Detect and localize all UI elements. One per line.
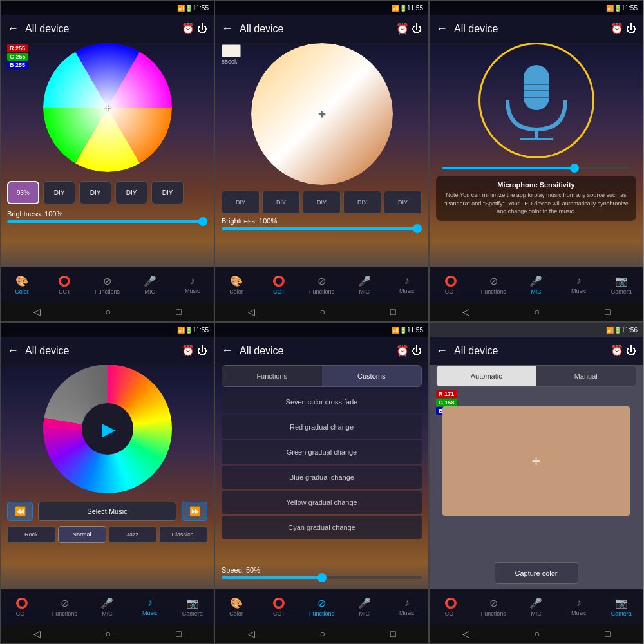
- mic-sensitivity-slider[interactable]: [442, 167, 630, 169]
- swatch-1[interactable]: DIY: [43, 181, 75, 204]
- nav-music-6[interactable]: ♪ Music: [566, 597, 592, 616]
- play-button[interactable]: ▶: [102, 419, 116, 440]
- nav-music-4[interactable]: ♪ Music: [137, 597, 163, 616]
- rewind-button[interactable]: ⏪: [7, 502, 33, 521]
- diy-3[interactable]: DIY: [343, 191, 381, 214]
- g-badge: G 255: [7, 53, 28, 61]
- music-disc[interactable]: ▶: [43, 365, 172, 493]
- cct-badge: 5500k: [222, 44, 241, 65]
- tab-manual[interactable]: Manual: [536, 366, 636, 386]
- back-button-6[interactable]: ←: [436, 344, 448, 357]
- genre-classical[interactable]: Classical: [159, 526, 207, 543]
- recent-android-3[interactable]: □: [605, 307, 610, 317]
- diy-0[interactable]: DIY: [222, 191, 260, 214]
- tab-automatic[interactable]: Automatic: [437, 366, 536, 386]
- func-item-1[interactable]: Red gradual change: [222, 415, 422, 439]
- nav-cct-2[interactable]: ⭕ CCT: [266, 275, 292, 295]
- bottom-nav-2: 🎨 Color ⭕ CCT ⊘ Functions 🎤 MIC ♪ Music: [215, 267, 428, 302]
- func-item-4[interactable]: Yellow gradual change: [222, 491, 422, 514]
- func-item-5[interactable]: Cyan gradual change: [222, 516, 422, 539]
- back-button-1[interactable]: ←: [7, 22, 19, 35]
- home-android-3[interactable]: ○: [535, 307, 540, 317]
- nav-camera-4[interactable]: 📷 Camera: [180, 597, 205, 617]
- swatch-3[interactable]: DIY: [115, 181, 147, 204]
- signal-icons-3: 📶🔋: [606, 5, 621, 12]
- color-icon-5: 🎨: [230, 597, 243, 609]
- select-music-button[interactable]: Select Music: [38, 502, 176, 521]
- brightness-slider-1[interactable]: [7, 220, 207, 229]
- back-button-2[interactable]: ←: [222, 22, 233, 35]
- recent-android-6[interactable]: □: [605, 629, 610, 639]
- nav-mic-6[interactable]: 🎤 MIC: [523, 597, 549, 617]
- color-wheel[interactable]: +: [43, 43, 172, 172]
- func-item-3[interactable]: Blue gradual change: [222, 466, 422, 489]
- nav-mic-4[interactable]: 🎤 MIC: [94, 597, 120, 617]
- nav-cct-4[interactable]: ⭕ CCT: [9, 597, 35, 617]
- genre-normal[interactable]: Normal: [58, 526, 106, 543]
- nav-functions-2[interactable]: ⊘ Functions: [308, 275, 334, 295]
- tab-functions[interactable]: Functions: [222, 366, 322, 386]
- home-android-5[interactable]: ○: [320, 629, 325, 639]
- recent-android-4[interactable]: □: [176, 629, 181, 639]
- recent-android-1[interactable]: □: [176, 307, 181, 317]
- nav-functions-4[interactable]: ⊘ Functions: [52, 597, 77, 617]
- nav-cct-5[interactable]: ⭕ CCT: [266, 597, 292, 617]
- func-item-2[interactable]: Green gradual change: [222, 440, 422, 464]
- func-item-0[interactable]: Seven color cross fade: [222, 390, 422, 413]
- nav-functions-1[interactable]: ⊘ Functions: [94, 275, 120, 295]
- nav-camera-3[interactable]: 📷 Camera: [609, 275, 634, 295]
- status-bar-2: 📶🔋 11:55: [215, 1, 428, 15]
- swatch-4[interactable]: DIY: [151, 181, 184, 204]
- home-android-4[interactable]: ○: [106, 629, 111, 639]
- diy-1[interactable]: DIY: [262, 191, 300, 214]
- nav-cct-6[interactable]: ⭕ CCT: [438, 597, 464, 617]
- back-button-4[interactable]: ←: [7, 344, 19, 357]
- mic-sensitivity-desc: Note:You can minimize the app to play mu…: [441, 191, 631, 216]
- diy-4[interactable]: DIY: [384, 191, 422, 214]
- nav-mic-5[interactable]: 🎤 MIC: [352, 597, 377, 617]
- speed-slider[interactable]: [222, 576, 422, 585]
- nav-color-1[interactable]: 🎨 Color: [9, 275, 35, 295]
- cam-color-square[interactable]: +: [442, 406, 630, 516]
- back-android-2[interactable]: ◁: [248, 307, 255, 317]
- nav-mic-1[interactable]: 🎤 MIC: [137, 275, 163, 295]
- swatch-2[interactable]: DIY: [79, 181, 111, 204]
- nav-music-3[interactable]: ♪ Music: [566, 275, 592, 294]
- nav-cct-3[interactable]: ⭕ CCT: [438, 275, 464, 295]
- back-android-5[interactable]: ◁: [248, 629, 255, 639]
- nav-mic-2[interactable]: 🎤 MIC: [352, 275, 377, 295]
- recent-android-2[interactable]: □: [390, 307, 395, 317]
- back-button-3[interactable]: ←: [436, 22, 448, 35]
- diy-2[interactable]: DIY: [303, 191, 341, 214]
- nav-color-2[interactable]: 🎨 Color: [223, 275, 249, 295]
- genre-jazz[interactable]: Jazz: [109, 526, 157, 543]
- back-android-3[interactable]: ◁: [462, 307, 469, 317]
- back-android-4[interactable]: ◁: [33, 629, 41, 639]
- nav-camera-6[interactable]: 📷 Camera: [609, 597, 634, 617]
- nav-functions-6[interactable]: ⊘ Functions: [480, 597, 506, 617]
- back-android-6[interactable]: ◁: [462, 629, 469, 639]
- genre-rock[interactable]: Rock: [7, 526, 55, 543]
- nav-music-2[interactable]: ♪ Music: [394, 275, 420, 294]
- nav-mic-3[interactable]: 🎤 MIC: [523, 275, 549, 295]
- nav-functions-3[interactable]: ⊘ Functions: [480, 275, 506, 295]
- recent-android-5[interactable]: □: [390, 629, 395, 639]
- brightness-slider-2[interactable]: [222, 227, 422, 236]
- functions-customs-tabs: Functions Customs: [222, 365, 422, 387]
- home-android-1[interactable]: ○: [106, 307, 111, 317]
- nav-cct-1[interactable]: ⭕ CCT: [52, 275, 77, 295]
- home-android-6[interactable]: ○: [535, 629, 540, 639]
- home-android-2[interactable]: ○: [320, 307, 325, 317]
- android-nav-6: ◁ ○ □: [430, 624, 643, 643]
- back-button-5[interactable]: ←: [222, 344, 233, 357]
- nav-music-1[interactable]: ♪ Music: [180, 275, 205, 294]
- fast-forward-button[interactable]: ⏩: [182, 502, 207, 521]
- back-android-1[interactable]: ◁: [33, 307, 41, 317]
- cct-circle[interactable]: +: [251, 43, 393, 185]
- nav-functions-5[interactable]: ⊘ Functions: [308, 597, 334, 617]
- tab-customs[interactable]: Customs: [322, 366, 422, 386]
- nav-music-5[interactable]: ♪ Music: [394, 597, 420, 616]
- swatch-0[interactable]: 93%: [7, 181, 39, 204]
- nav-color-5[interactable]: 🎨 Color: [223, 597, 249, 617]
- capture-color-button[interactable]: Capture color: [495, 562, 578, 584]
